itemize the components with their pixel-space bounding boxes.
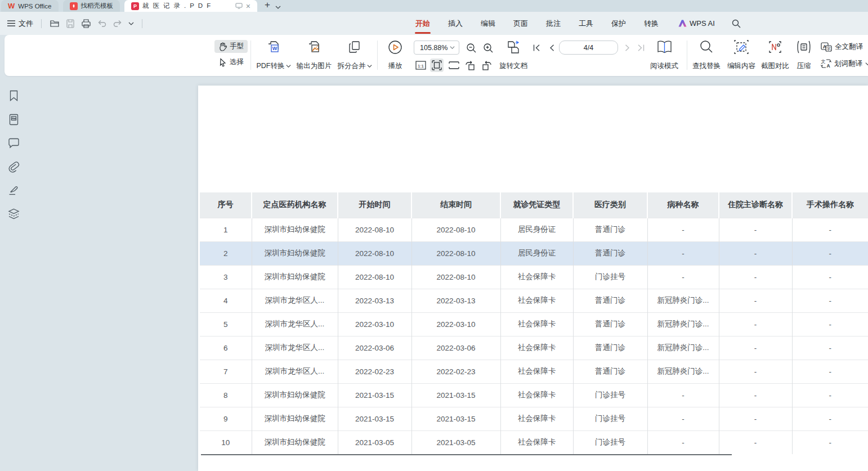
last-page-button[interactable]	[634, 41, 647, 55]
table-cell: -	[719, 241, 792, 265]
rotate-right-button[interactable]	[480, 59, 493, 72]
svg-text:A: A	[826, 63, 830, 69]
menu-comment[interactable]: 批注	[545, 17, 561, 30]
comment-icon[interactable]	[7, 136, 20, 150]
fit-page-icon	[432, 60, 442, 70]
thumbnail-icon[interactable]	[7, 113, 20, 126]
full-translate-icon: A字	[821, 42, 832, 52]
menu-tools[interactable]: 工具	[578, 17, 594, 30]
first-page-button[interactable]	[530, 41, 543, 55]
menu-protect[interactable]: 保护	[611, 17, 627, 30]
menu-page[interactable]: 页面	[513, 17, 529, 30]
one-to-one-icon: 1:1	[415, 61, 426, 70]
table-cell: 10	[200, 430, 252, 454]
split-merge-button[interactable]: 拆分合并	[334, 39, 375, 73]
table-cell: 普通门诊	[573, 218, 647, 241]
undo-redo-chevron-icon[interactable]	[128, 22, 134, 25]
table-row: 10深圳市妇幼保健院2021-03-052021-03-05社会保障卡门诊挂号-…	[200, 430, 868, 454]
word-translate-label: 划词翻译	[834, 59, 862, 69]
compress-icon	[796, 40, 812, 54]
table-row: 3深圳市妇幼保健院2022-08-102022-08-10社会保障卡门诊挂号--…	[200, 265, 868, 289]
export-image-label: 输出为图片	[297, 61, 332, 71]
wps-ai-button[interactable]: WPS AI	[678, 19, 715, 28]
bookmark-icon[interactable]	[7, 89, 20, 102]
table-cell: 社会保障卡	[500, 289, 573, 312]
hand-tool-button[interactable]: 手型	[214, 40, 248, 53]
export-image-icon	[307, 40, 321, 55]
table-cell: 深圳市妇幼保健院	[252, 265, 338, 289]
table-cell: 社会保障卡	[500, 265, 573, 289]
table-cell: 深圳市妇幼保健院	[252, 383, 338, 407]
new-tab-button[interactable]: +	[265, 0, 270, 11]
tab-docer-templates[interactable]: 找稻壳模板	[63, 0, 120, 12]
screen-share-icon[interactable]	[235, 3, 243, 9]
hamburger-icon	[7, 20, 15, 26]
rotate-document-button[interactable]: 旋转文档	[495, 39, 531, 73]
table-cell: -	[792, 430, 868, 454]
print-icon[interactable]	[81, 19, 91, 29]
table-cell: 深圳市妇幼保健院	[252, 407, 338, 430]
zoom-out-button[interactable]	[464, 41, 478, 55]
read-mode-button[interactable]: 阅读模式	[647, 39, 681, 73]
divider	[41, 19, 42, 28]
table-cell: 2022-02-23	[411, 360, 500, 383]
play-label: 播放	[388, 61, 402, 71]
menu-insert[interactable]: 插入	[448, 17, 463, 30]
select-tool-button[interactable]: 选择	[214, 56, 248, 69]
menu-convert[interactable]: 转换	[643, 17, 659, 30]
file-menu-label: 文件	[19, 19, 33, 29]
menu-edit[interactable]: 编辑	[480, 17, 496, 30]
previous-page-button[interactable]	[545, 41, 558, 55]
save-icon[interactable]	[65, 19, 75, 29]
table-cell: -	[792, 360, 868, 383]
svg-text:字: 字	[826, 46, 831, 51]
col-header-end-time: 结束时间	[411, 192, 500, 218]
table-cell: 2021-03-15	[338, 383, 411, 407]
find-replace-button[interactable]: 查找替换	[690, 39, 723, 73]
tab-list-chevron-icon[interactable]	[275, 6, 281, 9]
export-image-button[interactable]: 输出为图片	[294, 39, 334, 73]
layers-icon[interactable]	[7, 207, 20, 221]
attachment-icon[interactable]	[7, 160, 20, 173]
actual-size-button[interactable]: 1:1	[414, 59, 427, 72]
signature-icon[interactable]	[7, 183, 20, 197]
next-page-button[interactable]	[621, 41, 633, 55]
table-cell: 新冠肺炎门诊...	[647, 360, 719, 383]
wps-ai-label: WPS AI	[690, 19, 715, 28]
table-row: 2深圳市妇幼保健院2022-08-102022-08-10居民身份证普通门诊--…	[200, 241, 868, 265]
zoom-level-select[interactable]: 105.88%	[414, 41, 459, 55]
edit-content-button[interactable]: 编辑内容	[725, 39, 758, 73]
table-cell: 深圳市龙华区人...	[252, 312, 338, 336]
tab-wps-office[interactable]: W WPS Office	[1, 0, 59, 12]
table-cell: 社会保障卡	[500, 383, 573, 407]
read-mode-label: 阅读模式	[650, 61, 678, 71]
table-cell: 深圳市妇幼保健院	[252, 430, 338, 454]
redo-icon[interactable]	[113, 19, 123, 29]
table-cell: -	[792, 265, 868, 289]
word-translate-button[interactable]: 文A 划词翻译	[817, 57, 868, 70]
screenshot-compare-button[interactable]: 截图对比	[759, 39, 791, 73]
tab-document-active[interactable]: P 就医记录.PDF ×	[124, 0, 257, 12]
play-button[interactable]: 播放	[376, 39, 414, 73]
find-replace-label: 查找替换	[692, 61, 721, 71]
full-translate-button[interactable]: A字 全文翻译	[817, 41, 866, 53]
menu-home[interactable]: 开始	[415, 17, 431, 30]
chevron-down-icon	[450, 45, 455, 50]
undo-icon[interactable]	[97, 19, 107, 29]
fit-width-button[interactable]	[447, 59, 460, 72]
table-cell: 普通门诊	[573, 312, 647, 336]
table-cell: -	[647, 383, 719, 407]
word-translate-icon: 文A	[821, 59, 831, 69]
pdf-convert-button[interactable]: W PDF转换	[253, 39, 294, 73]
open-file-icon[interactable]	[50, 19, 60, 29]
close-tab-icon[interactable]: ×	[246, 2, 250, 10]
chevron-down-icon	[367, 64, 372, 69]
rotate-left-button[interactable]	[463, 59, 477, 72]
ribbon-search-icon[interactable]	[732, 19, 741, 28]
compress-button[interactable]: 压缩	[790, 39, 817, 73]
page-indicator-value: 4/4	[584, 44, 593, 52]
fit-page-button[interactable]	[430, 59, 444, 72]
page-number-input[interactable]: 4/4	[559, 41, 618, 55]
zoom-in-button[interactable]	[481, 41, 495, 55]
file-menu-button[interactable]: 文件	[7, 19, 33, 29]
